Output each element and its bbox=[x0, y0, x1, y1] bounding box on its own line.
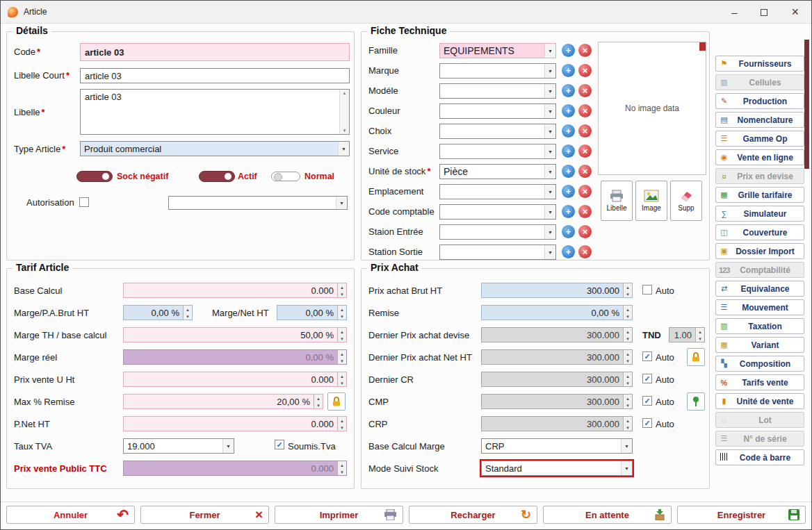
recharger-button[interactable]: Recharger ↻ bbox=[409, 506, 537, 524]
remove-icon[interactable]: × bbox=[578, 64, 592, 77]
chevron-down-icon[interactable]: ▼ bbox=[544, 124, 555, 138]
remove-icon[interactable]: × bbox=[578, 165, 592, 178]
en-attente-button[interactable]: En attente bbox=[543, 506, 672, 524]
spinner-buttons[interactable]: ▲▼ bbox=[337, 283, 346, 297]
remise-spinner[interactable]: 0,00 %▲▼ bbox=[481, 305, 633, 320]
autorisation-checkbox[interactable] bbox=[79, 197, 89, 207]
chevron-down-icon[interactable]: ▼ bbox=[544, 104, 555, 118]
pin-button[interactable] bbox=[687, 392, 705, 411]
spinner-buttons[interactable]: ▲▼ bbox=[337, 372, 346, 386]
remove-icon[interactable]: × bbox=[578, 225, 592, 238]
normal-toggle[interactable] bbox=[271, 172, 300, 181]
chevron-down-icon[interactable]: ▼ bbox=[336, 197, 347, 209]
station-sortie-combobox[interactable]: ▼ bbox=[439, 245, 556, 260]
p-net-spinner[interactable]: 0.000▲▼ bbox=[123, 416, 347, 431]
remove-icon[interactable]: × bbox=[578, 124, 592, 138]
remove-icon[interactable]: × bbox=[578, 44, 592, 57]
chevron-down-icon[interactable]: ▼ bbox=[544, 64, 555, 78]
famille-combobox[interactable]: EQUIPEMENTS ▼ bbox=[439, 43, 556, 58]
marque-combobox[interactable]: ▼ bbox=[439, 63, 556, 78]
sidebar-item-dossier-import[interactable]: ▣Dossier Import bbox=[715, 243, 804, 259]
chevron-down-icon[interactable]: ▼ bbox=[544, 245, 555, 259]
sidebar-item-taxation[interactable]: ▥Taxation bbox=[715, 318, 804, 334]
spinner-buttons[interactable]: ▲▼ bbox=[695, 328, 704, 342]
libelle-court-input[interactable]: article 03 bbox=[80, 68, 350, 83]
chevron-down-icon[interactable]: ▼ bbox=[544, 84, 555, 98]
add-icon[interactable]: + bbox=[562, 245, 575, 258]
actif-toggle[interactable] bbox=[199, 171, 235, 182]
add-icon[interactable]: + bbox=[562, 225, 575, 238]
choix-combobox[interactable]: ▼ bbox=[439, 124, 556, 139]
dernier-prix-net-spinner[interactable]: 300.000▲▼ bbox=[481, 349, 633, 365]
textarea-scrollbar[interactable]: ▲▼ bbox=[339, 90, 349, 134]
sidebar-item-composition[interactable]: ▚Composition bbox=[715, 356, 804, 372]
auto-checkbox[interactable]: ✓ bbox=[642, 418, 652, 428]
sidebar-item-nomenclature[interactable]: ▤Nomenclature bbox=[715, 112, 804, 128]
scroll-down-icon[interactable]: ▼ bbox=[340, 129, 349, 133]
auto-checkbox[interactable]: ✓ bbox=[642, 374, 652, 383]
code-comptable-combobox[interactable]: ▼ bbox=[439, 204, 556, 220]
add-icon[interactable]: + bbox=[562, 144, 575, 158]
minimize-button[interactable]: – bbox=[731, 7, 737, 17]
type-article-combobox[interactable]: Produit commercial ▼ bbox=[80, 141, 350, 156]
spinner-buttons[interactable]: ▲▼ bbox=[623, 372, 632, 386]
remove-icon[interactable]: × bbox=[578, 84, 592, 97]
chevron-down-icon[interactable]: ▼ bbox=[544, 225, 555, 239]
chevron-down-icon[interactable]: ▼ bbox=[338, 142, 349, 156]
chevron-down-icon[interactable]: ▼ bbox=[544, 205, 555, 219]
add-icon[interactable]: + bbox=[562, 124, 575, 138]
spinner-buttons[interactable]: ▲▼ bbox=[623, 283, 632, 297]
mode-suivi-stock-combobox[interactable]: Standard▼ bbox=[481, 461, 633, 476]
close-button[interactable]: × bbox=[791, 7, 799, 17]
spinner-buttons[interactable]: ▲▼ bbox=[337, 306, 346, 320]
rate-spinner[interactable]: 1.00▲▼ bbox=[669, 327, 705, 342]
spinner-buttons[interactable]: ▲▼ bbox=[337, 417, 346, 431]
taux-tva-combobox[interactable]: 19.000▼ bbox=[123, 438, 234, 454]
libelle-textarea[interactable]: article 03 ▲▼ bbox=[80, 89, 350, 135]
remove-icon[interactable]: × bbox=[578, 144, 592, 158]
enregistrer-button[interactable]: Enregistrer bbox=[677, 506, 806, 524]
crp-spinner[interactable]: 300.000▲▼ bbox=[481, 416, 633, 431]
lock-button[interactable] bbox=[687, 348, 705, 366]
remove-icon[interactable]: × bbox=[578, 205, 592, 218]
sidebar-item-vente-en-ligne[interactable]: ◉Vente en ligne bbox=[715, 149, 804, 165]
sidebar-item-couverture[interactable]: ◫Couverture bbox=[715, 224, 804, 240]
lock-button[interactable] bbox=[327, 392, 346, 411]
chevron-down-icon[interactable]: ▼ bbox=[222, 439, 234, 453]
cmp-spinner[interactable]: 300.000▲▼ bbox=[481, 394, 633, 409]
spinner-buttons[interactable]: ▲▼ bbox=[623, 417, 632, 431]
unite-stock-combobox[interactable]: Pièce▼ bbox=[439, 164, 556, 179]
annuler-button[interactable]: Annuler ↶ bbox=[6, 506, 135, 524]
prix-achat-brut-spinner[interactable]: 300.000▲▼ bbox=[481, 283, 633, 298]
sidebar-item-unite-de-vente[interactable]: ▮Unité de vente bbox=[715, 393, 804, 409]
auto-checkbox[interactable]: ✓ bbox=[642, 396, 652, 406]
base-calcul-spinner[interactable]: 0.000▲▼ bbox=[123, 283, 347, 298]
spinner-buttons[interactable]: ▲▼ bbox=[623, 328, 632, 342]
add-icon[interactable]: + bbox=[562, 165, 575, 178]
sidebar-item-fournisseurs[interactable]: ⚑Fournisseurs bbox=[715, 56, 804, 72]
soumis-tva-checkbox[interactable]: ✓ bbox=[275, 440, 284, 449]
add-icon[interactable]: + bbox=[562, 185, 575, 198]
add-icon[interactable]: + bbox=[562, 104, 575, 117]
sidebar-item-production[interactable]: ✎Production bbox=[715, 93, 804, 109]
spinner-buttons[interactable]: ▲▼ bbox=[623, 306, 632, 320]
sidebar-item-variant[interactable]: ▦Variant bbox=[715, 337, 804, 353]
libelle-print-button[interactable]: Libelle bbox=[601, 181, 633, 221]
sidebar-item-equivalance[interactable]: ⇄Equivalance bbox=[715, 281, 804, 297]
max-remise-spinner[interactable]: 20,00 %▲▼ bbox=[123, 394, 323, 409]
sidebar-item-tarifs-vente[interactable]: %Tarifs vente bbox=[715, 374, 804, 390]
prix-vente-u-spinner[interactable]: 0.000▲▼ bbox=[123, 372, 347, 387]
emplacement-combobox[interactable]: ▼ bbox=[439, 184, 556, 199]
imprimer-button[interactable]: Imprimer bbox=[275, 506, 403, 524]
sidebar-item-simulateur[interactable]: ∑Simulateur bbox=[715, 206, 804, 222]
remove-icon[interactable]: × bbox=[578, 104, 592, 117]
stock-negatif-toggle[interactable] bbox=[76, 171, 113, 182]
modele-combobox[interactable]: ▼ bbox=[439, 83, 556, 99]
image-button[interactable]: Image bbox=[635, 181, 667, 221]
fermer-button[interactable]: Fermer × bbox=[140, 506, 269, 524]
add-icon[interactable]: + bbox=[562, 64, 575, 77]
supp-button[interactable]: Supp bbox=[670, 181, 702, 221]
remove-icon[interactable]: × bbox=[578, 185, 592, 198]
add-icon[interactable]: + bbox=[562, 205, 575, 218]
base-calcul-marge-combobox[interactable]: CRP▼ bbox=[481, 438, 633, 454]
